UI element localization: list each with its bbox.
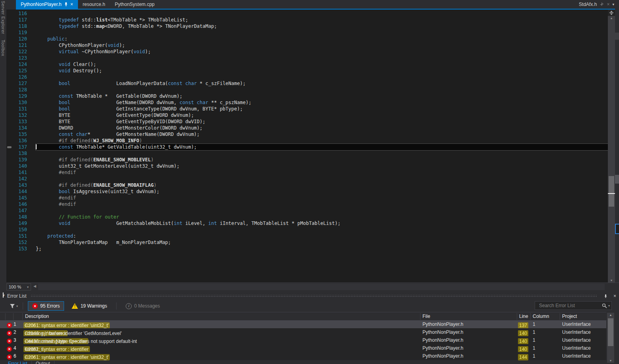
code-line-124[interactable]: 124 void Clear(); — [6, 61, 608, 68]
code-token: TMobTable * GetTable(DWORD dwVnum); — [73, 93, 183, 99]
warnings-filter-button[interactable]: ! 19 Warnings — [67, 301, 111, 311]
zoom-level-select[interactable]: 100 % ▾ — [6, 283, 31, 290]
close-icon[interactable]: × — [70, 2, 73, 7]
code-line-132[interactable]: 132 BYTE GetEventType(DWORD dwVnum); — [6, 112, 608, 118]
column-header-line[interactable]: Line — [519, 314, 528, 319]
splitter-handle-icon[interactable] — [608, 10, 615, 16]
code-line-151[interactable]: 151 protected: — [6, 233, 608, 239]
tab-pythonnonplayer-h[interactable]: PythonNonPlayer.h × — [16, 0, 78, 9]
code-line-131[interactable]: 131 bool GetInstanceType(DWORD dwVnum, B… — [6, 106, 608, 112]
code-line-153[interactable]: 153}; — [6, 246, 608, 252]
error-row[interactable]: ×2error C2146: syntax error : missing ';… — [0, 328, 606, 336]
code-line-120[interactable]: 120 public: — [6, 36, 608, 42]
code-line-148[interactable]: 148 // Function for outer — [6, 214, 608, 220]
code-token: bool — [59, 100, 70, 105]
code-line-152[interactable]: 152 TNonPlayerDataMap m_NonPlayerDataMap… — [6, 239, 608, 246]
code-line-144[interactable]: 144 bool IsAggressive(uint32_t dwVnum); — [6, 188, 608, 195]
sidebar-tab-toolbox[interactable]: Toolbox — [1, 40, 6, 56]
code-line-116[interactable]: 116 — [6, 10, 608, 17]
code-line-140[interactable]: 140 uint32_t GetMonsterLevel(uint32_t dw… — [6, 163, 608, 169]
search-input[interactable] — [538, 302, 602, 309]
code-line-137[interactable]: 137 const TMobTable* GetValidTable(uint3… — [6, 144, 608, 150]
code-line-129[interactable]: 129 const TMobTable * GetTable(DWORD dwV… — [6, 93, 608, 99]
error-row[interactable]: ×1error C2061: syntax error : identifier… — [0, 320, 606, 328]
code-line-134[interactable]: 134 DWORD GetMonsterColor(DWORD dwVnum); — [6, 125, 608, 131]
code-token — [36, 214, 59, 220]
code-line-141[interactable]: 141 #endif — [6, 169, 608, 176]
error-row[interactable]: ×4error C2061: syntax error : identifier… — [0, 344, 606, 352]
tab-error-list[interactable]: Error List — [4, 360, 32, 364]
pin-icon[interactable] — [600, 2, 604, 7]
code-line-135[interactable]: 135 const char* GetMonsterName(DWORD dwV… — [6, 131, 608, 137]
code-line-122[interactable]: 122 virtual ~CPythonNonPlayer(void); — [6, 48, 608, 55]
tab-pythonsystem-cpp[interactable]: PythonSystem.cpp — [110, 0, 159, 9]
tab-output[interactable]: Output — [32, 360, 55, 364]
scrollbar-thumb[interactable] — [608, 318, 613, 346]
errors-filter-button[interactable]: × 95 Errors — [28, 301, 64, 311]
scroll-left-icon[interactable]: ◀ — [33, 284, 36, 288]
code-line-149[interactable]: 149 void GetMatchableMobList(int iLevel,… — [6, 220, 608, 227]
editor-vertical-scrollbar[interactable]: ▲ ▼ — [608, 10, 615, 283]
code-editor[interactable]: 116117 typedef std::list<TMobTable *> TM… — [6, 10, 608, 283]
error-list-scrollbar[interactable]: ▲ ▼ — [607, 313, 614, 363]
code-line-118[interactable]: 118 typedef std::map<DWORD, TMobTable *>… — [6, 23, 608, 29]
code-line-143[interactable]: 143 #if defined(ENABLE_SHOW_MOBAIFLAG) — [6, 182, 608, 188]
column-header-column[interactable]: Column — [533, 314, 549, 319]
code-line-138[interactable]: 138 — [6, 150, 608, 157]
code-line-126[interactable]: 126 — [6, 74, 608, 80]
code-line-147[interactable]: 147 — [6, 207, 608, 214]
code-token — [36, 23, 59, 29]
code-line-142[interactable]: 142 — [6, 176, 608, 182]
code-line-125[interactable]: 125 void Destroy(); — [6, 68, 608, 74]
editor-horizontal-scrollbar[interactable] — [38, 284, 605, 290]
code-line-121[interactable]: 121 CPythonNonPlayer(void); — [6, 42, 608, 48]
line-number: 130 — [6, 99, 27, 106]
scroll-up-icon[interactable]: ▲ — [607, 314, 614, 316]
line-number: 151 — [6, 233, 27, 239]
tab-list-chevron-icon[interactable]: ▾ — [612, 2, 614, 6]
column-header-description[interactable]: Description — [25, 314, 49, 319]
code-token: ENABLE_SHOW_MOBAIFLAG — [93, 182, 154, 188]
column-header-file[interactable]: File — [422, 314, 430, 319]
code-token — [36, 144, 59, 150]
scrollbar-thumb[interactable] — [609, 176, 614, 207]
filter-dropdown[interactable]: ▾ — [10, 304, 18, 309]
error-row[interactable]: ×6error C2061: syntax error : identifier… — [0, 352, 606, 360]
code-token: #endif — [59, 195, 76, 201]
window-position-icon[interactable]: ▾ — [3, 292, 4, 298]
code-line-133[interactable]: 133 BYTE GetEventTypeByVID(DWORD dwVID); — [6, 118, 608, 125]
code-line-150[interactable]: 150 — [6, 227, 608, 233]
tab-stdafx-h[interactable]: StdAfx.h × ▾ — [579, 0, 614, 9]
code-token: BYTE GetEventType(DWORD dwVnum); — [36, 112, 194, 118]
error-list-titlebar[interactable]: Error List ▾ × — [0, 292, 619, 300]
pin-icon[interactable] — [64, 2, 68, 7]
code-line-128[interactable]: 128 — [6, 87, 608, 93]
highlight-annotation: C2061: syntax error : identifier 'uint32… — [23, 322, 110, 329]
code-line-119[interactable]: 119 — [6, 29, 608, 36]
code-line-139[interactable]: 139 #if defined(ENABLE_SHOW_MOBLEVEL) — [6, 157, 608, 163]
code-line-136[interactable]: 136 #if defined(WJ_SHOW_MOB_INFO) — [6, 137, 608, 144]
error-row[interactable]: ×3error C4430: missing type specifier - … — [0, 336, 606, 344]
error-column: 1 — [533, 337, 535, 343]
right-edge-strip — [615, 0, 619, 290]
messages-filter-button[interactable]: i 0 Messages — [121, 301, 164, 311]
code-line-146[interactable]: 146 #endif — [6, 201, 608, 207]
column-header-project[interactable]: Project — [562, 314, 577, 319]
pin-icon[interactable] — [603, 294, 608, 298]
sidebar-tab-server-explorer[interactable]: Server Explorer — [1, 1, 6, 34]
code-line-127[interactable]: 127 bool LoadNonPlayerData(const char * … — [6, 80, 608, 87]
chevron-down-icon[interactable]: ▾ — [608, 304, 610, 308]
code-line-123[interactable]: 123 — [6, 55, 608, 61]
error-number: 1 — [14, 321, 16, 327]
scroll-up-icon[interactable]: ▲ — [608, 17, 615, 19]
code-line-145[interactable]: 145 #endif — [6, 195, 608, 201]
scroll-down-icon[interactable]: ▼ — [608, 279, 615, 282]
search-error-list-box[interactable]: ▾ — [535, 301, 612, 310]
code-line-117[interactable]: 117 typedef std::list<TMobTable *> TMobT… — [6, 17, 608, 23]
code-line-130[interactable]: 130 bool GetName(DWORD dwVnum, const cha… — [6, 99, 608, 106]
error-file: PythonNonPlayer.h — [422, 321, 463, 327]
tab-resource-h[interactable]: resource.h — [78, 0, 110, 9]
close-icon[interactable]: × — [607, 2, 609, 7]
close-icon[interactable]: × — [613, 293, 616, 299]
scroll-down-icon[interactable]: ▼ — [607, 359, 614, 362]
